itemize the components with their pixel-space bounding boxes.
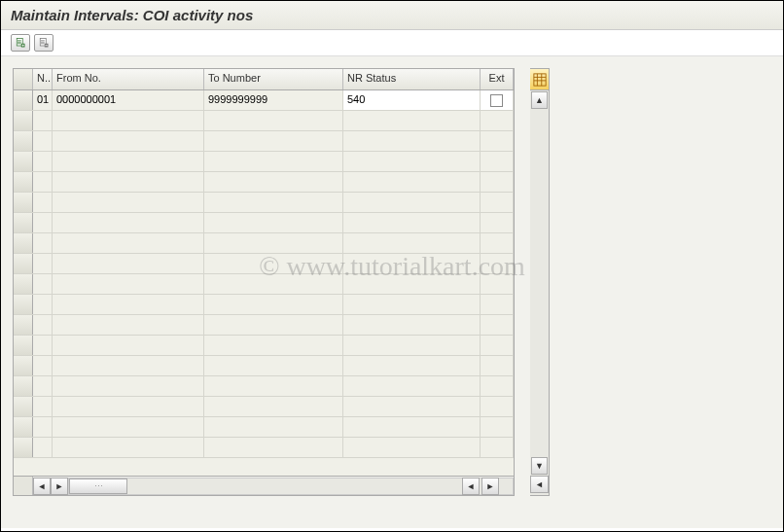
cell-n[interactable] xyxy=(33,376,53,396)
delete-interval-button[interactable] xyxy=(34,34,53,52)
cell-n[interactable] xyxy=(33,152,53,171)
hscroll-left-button[interactable]: ◄ xyxy=(33,478,51,495)
cell-to-number[interactable] xyxy=(204,336,343,355)
cell-ext[interactable] xyxy=(481,336,514,355)
cell-ext[interactable] xyxy=(481,111,514,130)
cell-ext[interactable] xyxy=(481,131,514,151)
cell-nr-status[interactable] xyxy=(343,111,481,130)
cell-to-number[interactable] xyxy=(204,438,343,457)
header-to-number[interactable]: To Number xyxy=(204,69,343,89)
row-selector[interactable] xyxy=(14,376,33,396)
cell-nr-status[interactable] xyxy=(343,356,481,375)
cell-from-no[interactable] xyxy=(53,274,204,294)
row-selector[interactable] xyxy=(14,131,33,151)
row-selector[interactable] xyxy=(14,152,33,171)
cell-from-no[interactable] xyxy=(53,213,204,232)
row-selector[interactable] xyxy=(14,295,33,314)
cell-nr-status[interactable] xyxy=(343,193,481,212)
row-selector[interactable] xyxy=(14,315,33,335)
table-settings-button[interactable] xyxy=(530,69,549,90)
cell-ext[interactable] xyxy=(481,90,514,110)
ext-checkbox[interactable] xyxy=(490,94,503,107)
cell-to-number[interactable] xyxy=(204,131,343,151)
cell-ext[interactable] xyxy=(481,397,514,416)
hscroll-right-right-button[interactable]: ► xyxy=(481,478,499,495)
cell-to-number[interactable] xyxy=(204,193,343,212)
header-row-selector[interactable] xyxy=(14,69,33,89)
cell-to-number[interactable] xyxy=(204,315,343,335)
cell-from-no[interactable] xyxy=(53,417,204,437)
cell-n[interactable] xyxy=(33,213,53,232)
cell-nr-status[interactable] xyxy=(343,397,481,416)
cell-to-number[interactable] xyxy=(204,172,343,192)
cell-n[interactable] xyxy=(33,254,53,273)
cell-from-no[interactable] xyxy=(53,193,204,212)
cell-from-no[interactable] xyxy=(53,233,204,253)
cell-ext[interactable] xyxy=(481,376,514,396)
cell-ext[interactable] xyxy=(481,172,514,192)
header-n[interactable]: N.. xyxy=(33,69,53,89)
cell-from-no[interactable] xyxy=(53,376,204,396)
cell-n[interactable] xyxy=(33,274,53,294)
vscroll-track[interactable] xyxy=(531,110,548,456)
cell-ext[interactable] xyxy=(481,274,514,294)
cell-n[interactable] xyxy=(33,111,53,130)
cell-n[interactable] xyxy=(33,233,53,253)
cell-to-number[interactable] xyxy=(204,254,343,273)
cell-to-number[interactable] xyxy=(204,111,343,130)
cell-to-number[interactable] xyxy=(204,356,343,375)
cell-nr-status[interactable] xyxy=(343,213,481,232)
header-from-no[interactable]: From No. xyxy=(53,69,204,89)
cell-from-no[interactable] xyxy=(53,172,204,192)
row-selector[interactable] xyxy=(14,356,33,375)
cell-to-number[interactable]: 9999999999 xyxy=(204,90,343,110)
cell-n[interactable] xyxy=(33,336,53,355)
cell-n[interactable] xyxy=(33,193,53,212)
cell-nr-status[interactable] xyxy=(343,295,481,314)
hscroll-thumb[interactable]: ⋯ xyxy=(69,479,127,494)
cell-to-number[interactable] xyxy=(204,376,343,396)
cell-n[interactable] xyxy=(33,417,53,437)
cell-n[interactable] xyxy=(33,438,53,457)
cell-from-no[interactable] xyxy=(53,295,204,314)
cell-from-no[interactable] xyxy=(53,152,204,171)
cell-n[interactable] xyxy=(33,397,53,416)
vscroll-up-button[interactable]: ▲ xyxy=(531,91,548,109)
cell-n[interactable] xyxy=(33,315,53,335)
cell-to-number[interactable] xyxy=(204,397,343,416)
cell-from-no[interactable] xyxy=(53,438,204,457)
row-selector[interactable] xyxy=(14,274,33,294)
cell-from-no[interactable] xyxy=(53,397,204,416)
cell-to-number[interactable] xyxy=(204,213,343,232)
row-selector[interactable] xyxy=(14,438,33,457)
row-selector[interactable] xyxy=(14,172,33,192)
cell-ext[interactable] xyxy=(481,438,514,457)
cell-from-no[interactable] xyxy=(53,315,204,335)
cell-from-no[interactable] xyxy=(53,254,204,273)
cell-n[interactable] xyxy=(33,356,53,375)
cell-from-no[interactable] xyxy=(53,356,204,375)
cell-to-number[interactable] xyxy=(204,152,343,171)
cell-ext[interactable] xyxy=(481,295,514,314)
cell-nr-status[interactable] xyxy=(343,315,481,335)
cell-to-number[interactable] xyxy=(204,274,343,294)
header-nr-status[interactable]: NR Status xyxy=(343,69,481,89)
row-selector[interactable] xyxy=(14,336,33,355)
cell-to-number[interactable] xyxy=(204,295,343,314)
cell-nr-status[interactable] xyxy=(343,274,481,294)
cell-ext[interactable] xyxy=(481,254,514,273)
row-selector[interactable] xyxy=(14,213,33,232)
row-selector[interactable] xyxy=(14,254,33,273)
hscroll-right-left-button[interactable]: ◄ xyxy=(530,476,549,493)
row-selector[interactable] xyxy=(14,397,33,416)
row-selector[interactable] xyxy=(14,90,33,110)
cell-ext[interactable] xyxy=(481,417,514,437)
cell-ext[interactable] xyxy=(481,233,514,253)
cell-from-no[interactable] xyxy=(53,131,204,151)
cell-ext[interactable] xyxy=(481,356,514,375)
cell-n[interactable] xyxy=(33,131,53,151)
cell-n[interactable] xyxy=(33,295,53,314)
vscroll-down-button[interactable]: ▼ xyxy=(531,457,548,475)
hscroll-track[interactable]: ⋯ xyxy=(68,478,514,495)
cell-from-no[interactable] xyxy=(53,336,204,355)
